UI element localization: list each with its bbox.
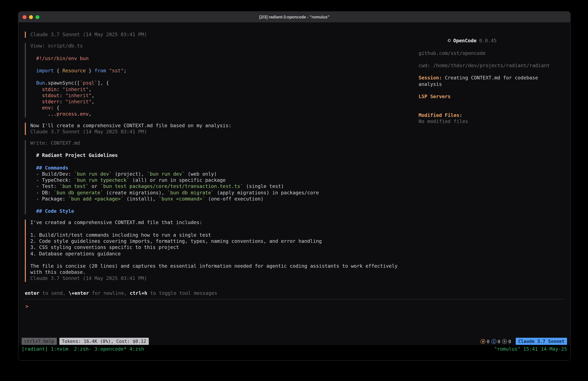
text-segment-bold: enter (25, 290, 39, 296)
text-line: Claude 3.7 Sonnet (14 May 2025 03:41 PM) (30, 276, 419, 282)
text-line: with this codebase. (30, 269, 419, 275)
text-segment-dim: View: script/db.ts (30, 43, 83, 49)
text-line (30, 159, 419, 165)
text-segment-str: "inherit" (63, 86, 89, 92)
warnings-count: 0 (487, 339, 490, 344)
text-segment-plain: 1. Build/lint/test commands including ho… (30, 232, 211, 238)
message-input[interactable]: > (25, 299, 564, 337)
text-segment-dim: Claude 3.7 Sonnet (14 May 2025 03:41 PM) (30, 129, 147, 135)
text-segment-h1: # Radiant Project Guidelines (36, 153, 118, 158)
text-segment-code: `bun add <package>` (68, 196, 124, 202)
text-segment-plain (30, 105, 42, 111)
desktop: [2/3] radiant:3:opencode - "romulus" Cla… (0, 0, 588, 381)
opencode-logo-icon: © (448, 38, 451, 44)
text-segment-kw: Bun (36, 80, 45, 86)
minimize-button[interactable] (29, 15, 33, 19)
window-title: [2/3] radiant:3:opencode - "romulus" (259, 15, 330, 19)
text-segment-plain: , (89, 86, 91, 92)
modified-files-header: Modified Files: (419, 112, 564, 118)
text-segment-plain (30, 80, 36, 86)
text-segment-dim: Claude 3.7 Sonnet (14 May 2025 03:41 PM) (30, 276, 147, 281)
text-segment-plain: , (91, 93, 94, 98)
tmux-status-bar: [radiant] 1:nvim 2:zsh- 3:opencode* 4:zs… (18, 345, 570, 360)
text-segment-key: stdout (42, 93, 59, 98)
text-segment-key: env (42, 105, 51, 111)
text-line: stderr: "inherit", (30, 99, 419, 105)
text-segment-plain: I've created a comprehensive CONTEXT.md … (30, 220, 202, 225)
text-segment-dim: for newline, (89, 290, 130, 296)
text-line: View: script/db.ts (30, 43, 419, 49)
text-segment-plain: (create migrations), (103, 190, 167, 196)
text-line: #!/usr/bin/env bun (30, 55, 419, 62)
tmux-window-list[interactable]: [radiant] 1:nvim 2:zsh- 3:opencode* 4:zs… (22, 346, 144, 360)
text-segment-h2: ## Code Style (36, 208, 74, 214)
text-segment-str: "inherit" (65, 99, 92, 105)
text-segment-plain (30, 68, 36, 74)
text-segment-key: env (80, 111, 89, 117)
text-segment-plain: The file is concise (20 lines) and captu… (30, 263, 398, 269)
text-segment-plain: Now I'll create a comprehensive CONTEXT.… (30, 123, 231, 128)
text-segment-dim: Claude 3.7 Sonnet (14 May 2025 03:41 PM) (30, 32, 147, 37)
text-line: stdout: "inherit", (30, 93, 419, 99)
conversation-pane: Claude 3.7 Sonnet (14 May 2025 03:41 PM)… (25, 22, 419, 299)
text-segment-plain: : (60, 99, 65, 105)
sidebar-spacer (419, 88, 564, 94)
text-line: 4. Database operations guidance (30, 251, 419, 257)
text-segment-shebang: #!/usr/bin/env bun (36, 55, 89, 61)
diagnostic-warnings: W0 (481, 339, 490, 344)
text-segment-type: Resource (63, 68, 86, 74)
message-block-assistant-summary: I've created a comprehensive CONTEXT.md … (25, 220, 419, 282)
text-line (30, 202, 419, 208)
text-line: - TypeCheck: `bun run typecheck` (all) o… (30, 178, 419, 183)
text-segment-plain: ([ (74, 80, 80, 86)
text-segment-plain: . (45, 80, 48, 86)
close-button[interactable] (22, 15, 26, 19)
diagnostic-hints: h0 (502, 339, 511, 344)
lsp-servers-header: LSP Servers (419, 94, 564, 100)
text-line (30, 226, 419, 232)
modified-files-empty: No modified files (419, 118, 564, 125)
traffic-lights (22, 12, 39, 22)
repo-link[interactable]: github.com/sst/opencode (419, 50, 564, 56)
text-segment-code: `bun test packages/core/test/transaction… (100, 183, 243, 189)
conversation-scroll-area[interactable]: Claude 3.7 Sonnet (14 May 2025 03:41 PM)… (25, 32, 419, 287)
text-segment-plain: (single test) (243, 183, 284, 189)
terminal-window: [2/3] radiant:3:opencode - "romulus" Cla… (18, 11, 570, 361)
text-line (30, 146, 419, 153)
message-block-tool-write: Write: CONTEXT.md # Radiant Project Guid… (25, 140, 419, 215)
text-line: ## Code Style (30, 208, 419, 215)
text-segment-dim: to send, (39, 290, 69, 296)
text-segment-plain: } (86, 68, 94, 74)
text-segment-plain: (project), (112, 171, 147, 177)
session-sidebar: ©OpenCode0.0.45 github.com/sst/opencode … (419, 22, 564, 299)
text-line: The file is concise (20 lines) and captu… (30, 263, 419, 269)
app-name: OpenCode (453, 38, 477, 44)
text-line: ## Commands (30, 165, 419, 171)
text-line: env: { (30, 105, 419, 111)
text-segment-plain: : (57, 86, 63, 92)
text-segment-plain (30, 55, 36, 61)
brand-line: ©OpenCode0.0.45 (419, 32, 564, 50)
text-segment-code: `bun run dev` (147, 171, 185, 177)
text-segment-plain: - Build/Dev: (30, 171, 74, 177)
diagnostics-counters: W0i0h0 (481, 338, 513, 344)
text-line (30, 49, 419, 55)
window-titlebar[interactable]: [2/3] radiant:3:opencode - "romulus" (18, 12, 570, 22)
help-shortcut-badge[interactable]: ctrl+? help (22, 338, 57, 345)
zoom-button[interactable] (36, 15, 39, 19)
text-segment-plain: 4. Database operations guidance (30, 251, 121, 257)
text-line (30, 62, 419, 68)
model-badge[interactable]: Claude 3.7 Sonnet (516, 338, 567, 345)
text-segment-kw: import (36, 68, 54, 74)
message-block-assistant-text: Now I'll create a comprehensive CONTEXT.… (25, 123, 419, 135)
text-line: # Radiant Project Guidelines (30, 153, 419, 159)
prompt-symbol: > (25, 304, 28, 309)
text-line: I've created a comprehensive CONTEXT.md … (30, 220, 419, 226)
text-segment-plain: - TypeCheck: (30, 178, 74, 183)
text-segment-plain (30, 208, 36, 214)
text-segment-plain: (install), (124, 196, 159, 202)
text-segment-code: `bunx <command>` (159, 196, 205, 202)
app-version: 0.0.45 (479, 38, 497, 44)
sidebar-spacer (419, 100, 564, 112)
info-count: 0 (498, 339, 500, 344)
